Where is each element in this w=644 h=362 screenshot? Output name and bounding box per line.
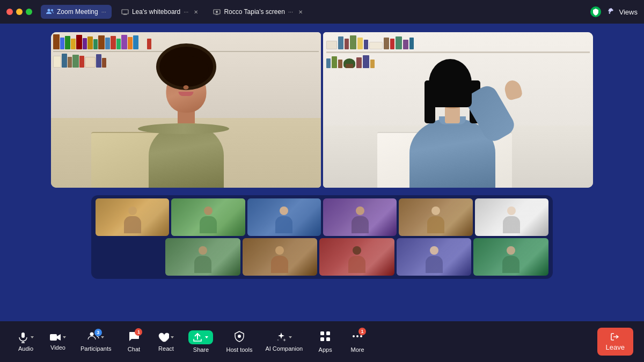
toolbar: Audio Video xyxy=(0,321,644,362)
tab-screen-share-label: Rocco Tapia's screen xyxy=(224,8,284,16)
video-label: Video xyxy=(50,344,65,351)
caret-down-ai-icon xyxy=(288,335,292,339)
leave-label: Leave xyxy=(606,343,625,351)
tab-whiteboard-label: Lea's whiteboard xyxy=(132,8,180,16)
thumb-t2[interactable] xyxy=(171,198,245,236)
apps-button[interactable]: Apps xyxy=(310,327,340,356)
thumb-t8[interactable] xyxy=(243,238,318,276)
whiteboard-icon xyxy=(121,8,129,16)
views-button[interactable]: Views xyxy=(619,8,638,16)
svg-point-0 xyxy=(48,9,50,12)
more-badge: 1 xyxy=(358,328,366,335)
leave-button[interactable]: Leave xyxy=(597,328,633,356)
svg-marker-13 xyxy=(31,336,34,338)
toolbar-left-group: Audio Video xyxy=(11,327,372,356)
svg-point-1 xyxy=(51,9,53,11)
thumb-t11[interactable] xyxy=(473,238,548,276)
share-icon xyxy=(193,333,202,342)
caret-down-icon xyxy=(62,335,67,339)
minimize-button[interactable] xyxy=(16,9,23,15)
svg-point-29 xyxy=(356,335,358,337)
svg-marker-20 xyxy=(171,336,174,338)
svg-marker-21 xyxy=(205,336,208,338)
thumb-t7[interactable] xyxy=(165,238,240,276)
tab-screen-dots[interactable]: ··· xyxy=(288,9,293,15)
window-controls xyxy=(6,9,32,15)
main-content xyxy=(0,24,644,321)
svg-rect-10 xyxy=(21,333,25,338)
tab-screen-close[interactable]: ✕ xyxy=(298,9,303,15)
caret-down-icon xyxy=(170,335,174,339)
tab-zoom-meeting-label: Zoom Meeting xyxy=(57,8,98,16)
video-camera-icon xyxy=(49,333,61,342)
more-label: More xyxy=(351,346,364,353)
svg-marker-19 xyxy=(101,336,104,338)
ai-sparkle-icon xyxy=(275,331,287,343)
security-shield-icon[interactable] xyxy=(590,6,601,17)
main-video-cell-2[interactable] xyxy=(323,32,593,188)
leave-icon xyxy=(610,332,620,342)
thumbnail-row-2 xyxy=(96,238,548,276)
svg-marker-15 xyxy=(57,334,61,341)
participants-button[interactable]: 3 Participants xyxy=(75,328,116,355)
heart-icon xyxy=(157,331,169,343)
svg-point-30 xyxy=(360,335,362,337)
share-button[interactable]: Share xyxy=(183,327,218,356)
react-button[interactable]: React xyxy=(151,328,181,355)
participants-badge: 3 xyxy=(94,329,102,336)
microphone-icon xyxy=(17,331,29,343)
svg-marker-16 xyxy=(63,336,66,338)
thumb-t6[interactable] xyxy=(475,198,548,236)
ai-companion-button[interactable]: AI Companion xyxy=(260,328,308,355)
maximize-button[interactable] xyxy=(26,9,32,15)
thumbnail-strip xyxy=(91,195,553,279)
caret-down-icon xyxy=(100,335,105,339)
tab-whiteboard-dots[interactable]: ··· xyxy=(184,9,188,15)
tab-whiteboard[interactable]: Lea's whiteboard ··· ✕ xyxy=(116,5,204,19)
thumb-t1[interactable] xyxy=(96,198,169,236)
pin-icon[interactable] xyxy=(606,8,614,17)
more-button[interactable]: 1 More xyxy=(342,327,372,356)
screen-icon xyxy=(213,8,221,16)
tab-screen-share[interactable]: Rocco Tapia's screen ··· ✕ xyxy=(208,5,308,19)
title-bar: Zoom Meeting ··· Lea's whiteboard ··· ✕ xyxy=(0,0,644,24)
svg-rect-2 xyxy=(122,10,128,14)
svg-rect-26 xyxy=(320,337,324,341)
shield-host-icon xyxy=(233,330,245,342)
svg-marker-23 xyxy=(289,336,292,338)
chat-label: Chat xyxy=(128,346,140,352)
svg-point-7 xyxy=(216,11,218,12)
host-tools-button[interactable]: Host tools xyxy=(221,327,258,356)
ai-companion-label: AI Companion xyxy=(265,345,303,352)
thumb-t4[interactable] xyxy=(323,198,397,236)
participants-label: Participants xyxy=(80,345,111,352)
close-button[interactable] xyxy=(6,9,13,15)
svg-rect-14 xyxy=(50,334,57,341)
caret-down-icon xyxy=(30,335,34,339)
video-button[interactable]: Video xyxy=(43,329,73,354)
share-caret-icon xyxy=(204,335,209,339)
tab-menu-dots[interactable]: ··· xyxy=(101,9,106,15)
svg-rect-27 xyxy=(326,337,330,341)
thumb-t9[interactable] xyxy=(319,238,394,276)
main-video-grid xyxy=(51,32,593,188)
react-label: React xyxy=(158,345,174,352)
audio-button[interactable]: Audio xyxy=(11,328,41,355)
people-icon xyxy=(46,8,54,16)
thumb-t5[interactable] xyxy=(399,198,472,236)
title-bar-right: Views xyxy=(590,6,638,17)
chat-button[interactable]: 1 Chat xyxy=(119,328,149,356)
tab-zoom-meeting[interactable]: Zoom Meeting ··· xyxy=(41,5,112,19)
svg-rect-25 xyxy=(326,331,330,335)
host-tools-label: Host tools xyxy=(226,346,252,353)
tab-whiteboard-close[interactable]: ✕ xyxy=(194,9,198,15)
share-label: Share xyxy=(193,346,209,353)
chat-badge: 1 xyxy=(135,328,142,336)
main-video-cell-1[interactable] xyxy=(51,32,321,188)
thumb-t10[interactable] xyxy=(397,238,472,276)
thumb-t3[interactable] xyxy=(247,198,321,236)
apps-label: Apps xyxy=(319,346,332,353)
svg-point-17 xyxy=(90,333,93,336)
svg-point-22 xyxy=(238,335,241,338)
share-active-bg xyxy=(188,330,213,344)
